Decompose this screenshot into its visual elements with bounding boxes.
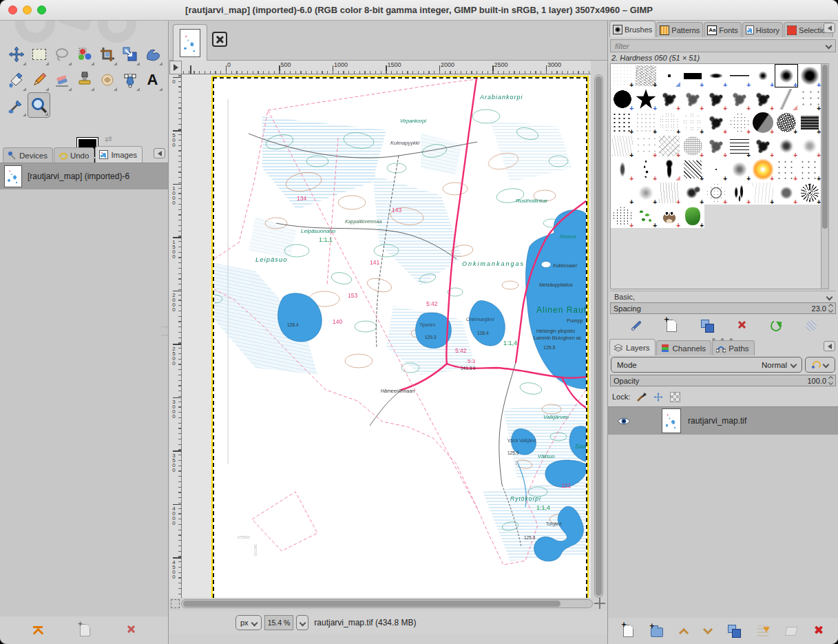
- layer-row[interactable]: rautjarvi_map.tif: [608, 407, 838, 435]
- lock-pixels-icon[interactable]: [637, 392, 647, 402]
- tab-devices[interactable]: Devices: [3, 147, 53, 163]
- brush-cell-soft-m[interactable]: +: [775, 64, 798, 87]
- brush-cell-dot-ring[interactable]: +: [728, 111, 751, 134]
- tab-undo[interactable]: Undo: [54, 147, 95, 163]
- brush-cell-star[interactable]: +: [634, 87, 658, 111]
- lock-position-icon[interactable]: [653, 392, 663, 402]
- raise-layer-button[interactable]: [679, 627, 689, 637]
- brush-cell-splat-dense[interactable]: +: [751, 134, 775, 158]
- smudge-tool-button[interactable]: [96, 67, 118, 92]
- brush-cell-dots-v[interactable]: +: [634, 158, 658, 181]
- blend-space-button[interactable]: [805, 357, 835, 373]
- brush-cell-sun[interactable]: +: [751, 158, 775, 181]
- brush-cell-diag-lines[interactable]: +: [681, 158, 704, 181]
- eraser-tool-button[interactable]: [50, 67, 73, 92]
- brush-tag-select[interactable]: Basic,: [610, 291, 836, 302]
- brush-cell-burst[interactable]: +: [798, 181, 821, 205]
- brush-cell-vine[interactable]: [658, 158, 681, 181]
- brush-cell-smear-v[interactable]: +: [611, 158, 634, 181]
- layer-name[interactable]: rautjarvi_map.tif: [688, 416, 746, 426]
- new-brush-button[interactable]: [667, 320, 677, 332]
- opacity-spinner[interactable]: [829, 377, 832, 384]
- brush-scrollbar-thumb[interactable]: [822, 65, 828, 229]
- quick-mask-toggle[interactable]: [171, 599, 180, 608]
- brush-cell-dots-faint[interactable]: +: [611, 64, 634, 87]
- tab-images[interactable]: Images: [95, 146, 143, 163]
- add-mask-button[interactable]: [784, 627, 797, 636]
- tab-brushes[interactable]: Brushes: [609, 21, 656, 37]
- brush-cell-soft-s[interactable]: +: [751, 64, 775, 87]
- lower-layer-button[interactable]: [703, 624, 713, 634]
- select-by-color-tool-button[interactable]: [73, 41, 96, 67]
- image-canvas[interactable]: ArabiankorpiVirpankorpiKulmapyykkiRustho…: [213, 77, 587, 598]
- navigation-icon[interactable]: [594, 598, 605, 609]
- move-tool-button[interactable]: [5, 41, 28, 67]
- raise-views-button[interactable]: [32, 626, 43, 634]
- lock-alpha-icon[interactable]: [670, 392, 680, 402]
- brush-cell-leaves[interactable]: +: [634, 205, 658, 228]
- brush-cell-splat-c[interactable]: +: [704, 87, 728, 111]
- close-window-button[interactable]: [8, 6, 17, 14]
- tab-history[interactable]: History: [742, 22, 783, 37]
- brush-cell-pepper[interactable]: +: [681, 205, 704, 228]
- brush-cell-ring-tex[interactable]: +: [704, 181, 728, 205]
- horizontal-scrollbar[interactable]: [181, 599, 593, 608]
- brush-cell-block[interactable]: +: [681, 64, 704, 87]
- vertical-scrollbar[interactable]: [594, 74, 603, 598]
- spacing-spinner[interactable]: [829, 304, 832, 312]
- brush-cell-mesh[interactable]: +: [681, 134, 704, 158]
- brush-cell-scribble[interactable]: +: [775, 111, 798, 134]
- edit-brush-button[interactable]: [631, 320, 642, 331]
- free-select-tool-button[interactable]: [50, 41, 73, 67]
- brush-scrollbar[interactable]: [821, 64, 828, 289]
- zoom-select-button[interactable]: [296, 615, 308, 630]
- spacing-slider[interactable]: Spacing 23.0: [610, 302, 836, 314]
- brush-cell-tex-square[interactable]: +: [634, 64, 658, 87]
- zoom-window-button[interactable]: [37, 6, 46, 14]
- vertical-ruler[interactable]: 050010001500200025003000350040004500: [169, 74, 182, 598]
- pencil-tool-button[interactable]: [28, 67, 50, 92]
- brush-cell-wilber[interactable]: +: [658, 205, 681, 228]
- delete-image-button[interactable]: [127, 624, 136, 636]
- duplicate-brush-button[interactable]: [701, 320, 713, 332]
- brush-cell-scribble-blk[interactable]: +: [798, 111, 821, 134]
- minimize-window-button[interactable]: [23, 6, 32, 14]
- brush-cell-tex-soft[interactable]: +: [634, 181, 658, 205]
- image-list-item[interactable]: [rautjarvi_map] (imported)-6: [0, 163, 168, 189]
- brush-cell-splat-d[interactable]: +: [728, 87, 751, 111]
- ruler-corner-button[interactable]: [169, 61, 182, 74]
- brush-cell-lines-h[interactable]: +: [728, 134, 751, 158]
- brush-cell-cells-ring[interactable]: +: [681, 111, 704, 134]
- brush-cell-sketch-a[interactable]: +: [611, 134, 634, 158]
- brush-cell-splat-dense[interactable]: +: [704, 111, 728, 134]
- brush-cell-line-h[interactable]: +: [728, 64, 751, 87]
- brush-cell-specks[interactable]: +: [775, 158, 798, 181]
- brush-cell-circle[interactable]: +: [611, 87, 634, 111]
- clone-tool-button[interactable]: [73, 67, 96, 92]
- brush-cell-figure[interactable]: +: [728, 181, 751, 205]
- new-layer-button[interactable]: [623, 625, 633, 637]
- paths-tool-button[interactable]: [118, 67, 141, 92]
- open-brush-as-image-button[interactable]: [806, 320, 817, 331]
- tab-channels[interactable]: Channels: [656, 340, 712, 355]
- opacity-slider[interactable]: Opacity 100.0: [610, 375, 836, 386]
- brush-filter-input[interactable]: filter: [610, 39, 836, 52]
- warp-transform-tool-button[interactable]: [141, 41, 164, 67]
- brush-cell-blob-gray[interactable]: +: [775, 181, 798, 205]
- brush-cell-pebbles[interactable]: +: [611, 111, 634, 134]
- brush-cell-ellipse-soft[interactable]: +: [704, 64, 728, 87]
- close-image-icon[interactable]: [212, 32, 227, 47]
- rectangle-select-tool-button[interactable]: [28, 41, 50, 67]
- brush-cell-dot-micro[interactable]: +: [704, 158, 728, 181]
- bucket-fill-tool-button[interactable]: [5, 67, 28, 92]
- merge-down-button[interactable]: [757, 625, 768, 636]
- pane-grip[interactable]: ⋮⋮: [161, 324, 169, 340]
- brush-cell-smudge-faint[interactable]: +: [798, 134, 821, 158]
- vertical-scrollbar-thumb[interactable]: [596, 76, 602, 596]
- brush-dock-menu-button[interactable]: [824, 23, 835, 33]
- horizontal-ruler[interactable]: 0500100015002000250030003500: [182, 61, 591, 74]
- brush-cell-splat-e[interactable]: +: [751, 87, 775, 111]
- brush-cell-dots-grid[interactable]: +: [634, 111, 658, 134]
- brush-cell-blotch[interactable]: +: [681, 181, 704, 205]
- unified-transform-tool-button[interactable]: [118, 41, 141, 67]
